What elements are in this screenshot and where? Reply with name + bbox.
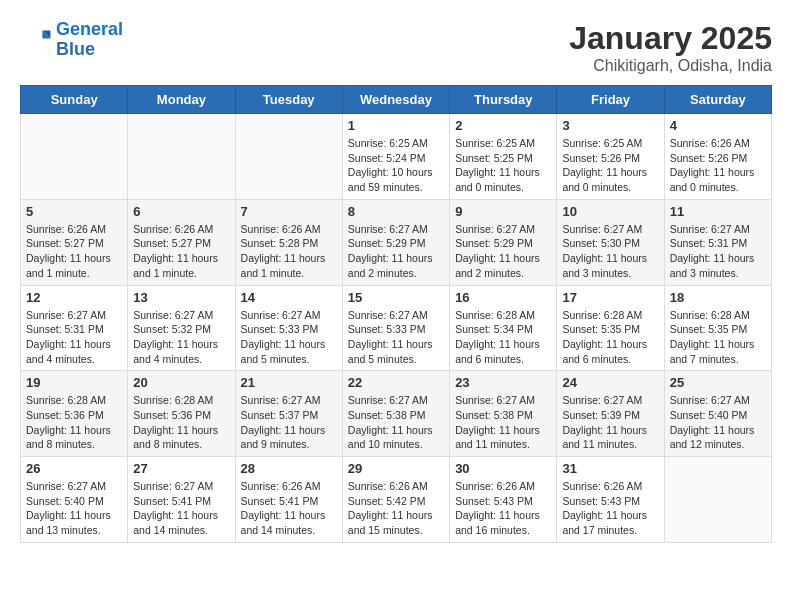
- week-row-2: 5Sunrise: 6:26 AMSunset: 5:27 PMDaylight…: [21, 199, 772, 285]
- calendar-cell: 9Sunrise: 6:27 AMSunset: 5:29 PMDaylight…: [450, 199, 557, 285]
- day-number: 26: [26, 461, 122, 476]
- cell-info: Sunrise: 6:26 AMSunset: 5:26 PMDaylight:…: [670, 136, 766, 195]
- day-number: 31: [562, 461, 658, 476]
- day-number: 15: [348, 290, 444, 305]
- cell-info: Sunrise: 6:27 AMSunset: 5:41 PMDaylight:…: [133, 479, 229, 538]
- day-number: 28: [241, 461, 337, 476]
- weekday-header-thursday: Thursday: [450, 86, 557, 114]
- week-row-1: 1Sunrise: 6:25 AMSunset: 5:24 PMDaylight…: [21, 114, 772, 200]
- calendar-cell: 13Sunrise: 6:27 AMSunset: 5:32 PMDayligh…: [128, 285, 235, 371]
- week-row-3: 12Sunrise: 6:27 AMSunset: 5:31 PMDayligh…: [21, 285, 772, 371]
- day-number: 22: [348, 375, 444, 390]
- cell-info: Sunrise: 6:27 AMSunset: 5:31 PMDaylight:…: [670, 222, 766, 281]
- calendar-cell: 10Sunrise: 6:27 AMSunset: 5:30 PMDayligh…: [557, 199, 664, 285]
- calendar-cell: 3Sunrise: 6:25 AMSunset: 5:26 PMDaylight…: [557, 114, 664, 200]
- logo-line2: Blue: [56, 39, 95, 59]
- day-number: 18: [670, 290, 766, 305]
- day-number: 29: [348, 461, 444, 476]
- weekday-header-sunday: Sunday: [21, 86, 128, 114]
- day-number: 5: [26, 204, 122, 219]
- calendar-cell: 12Sunrise: 6:27 AMSunset: 5:31 PMDayligh…: [21, 285, 128, 371]
- cell-info: Sunrise: 6:27 AMSunset: 5:30 PMDaylight:…: [562, 222, 658, 281]
- page-header: General Blue January 2025 Chikitigarh, O…: [20, 20, 772, 75]
- calendar-table: SundayMondayTuesdayWednesdayThursdayFrid…: [20, 85, 772, 543]
- day-number: 27: [133, 461, 229, 476]
- day-number: 25: [670, 375, 766, 390]
- calendar-cell: 15Sunrise: 6:27 AMSunset: 5:33 PMDayligh…: [342, 285, 449, 371]
- logo-icon: [20, 24, 52, 56]
- calendar-cell: 30Sunrise: 6:26 AMSunset: 5:43 PMDayligh…: [450, 457, 557, 543]
- day-number: 8: [348, 204, 444, 219]
- calendar-cell: 1Sunrise: 6:25 AMSunset: 5:24 PMDaylight…: [342, 114, 449, 200]
- calendar-cell: 17Sunrise: 6:28 AMSunset: 5:35 PMDayligh…: [557, 285, 664, 371]
- cell-info: Sunrise: 6:27 AMSunset: 5:38 PMDaylight:…: [455, 393, 551, 452]
- calendar-cell: 29Sunrise: 6:26 AMSunset: 5:42 PMDayligh…: [342, 457, 449, 543]
- calendar-cell: [664, 457, 771, 543]
- cell-info: Sunrise: 6:27 AMSunset: 5:29 PMDaylight:…: [455, 222, 551, 281]
- day-number: 24: [562, 375, 658, 390]
- cell-info: Sunrise: 6:28 AMSunset: 5:36 PMDaylight:…: [133, 393, 229, 452]
- calendar-cell: 2Sunrise: 6:25 AMSunset: 5:25 PMDaylight…: [450, 114, 557, 200]
- cell-info: Sunrise: 6:27 AMSunset: 5:37 PMDaylight:…: [241, 393, 337, 452]
- calendar-cell: 31Sunrise: 6:26 AMSunset: 5:43 PMDayligh…: [557, 457, 664, 543]
- cell-info: Sunrise: 6:27 AMSunset: 5:38 PMDaylight:…: [348, 393, 444, 452]
- logo-line1: General: [56, 19, 123, 39]
- calendar-cell: 25Sunrise: 6:27 AMSunset: 5:40 PMDayligh…: [664, 371, 771, 457]
- weekday-header-friday: Friday: [557, 86, 664, 114]
- calendar-cell: 14Sunrise: 6:27 AMSunset: 5:33 PMDayligh…: [235, 285, 342, 371]
- cell-info: Sunrise: 6:27 AMSunset: 5:39 PMDaylight:…: [562, 393, 658, 452]
- weekday-header-tuesday: Tuesday: [235, 86, 342, 114]
- cell-info: Sunrise: 6:26 AMSunset: 5:41 PMDaylight:…: [241, 479, 337, 538]
- weekday-header-row: SundayMondayTuesdayWednesdayThursdayFrid…: [21, 86, 772, 114]
- day-number: 6: [133, 204, 229, 219]
- calendar-cell: [128, 114, 235, 200]
- cell-info: Sunrise: 6:28 AMSunset: 5:36 PMDaylight:…: [26, 393, 122, 452]
- calendar-cell: 23Sunrise: 6:27 AMSunset: 5:38 PMDayligh…: [450, 371, 557, 457]
- page-subtitle: Chikitigarh, Odisha, India: [569, 57, 772, 75]
- calendar-cell: 5Sunrise: 6:26 AMSunset: 5:27 PMDaylight…: [21, 199, 128, 285]
- calendar-cell: 20Sunrise: 6:28 AMSunset: 5:36 PMDayligh…: [128, 371, 235, 457]
- week-row-4: 19Sunrise: 6:28 AMSunset: 5:36 PMDayligh…: [21, 371, 772, 457]
- day-number: 16: [455, 290, 551, 305]
- cell-info: Sunrise: 6:26 AMSunset: 5:27 PMDaylight:…: [133, 222, 229, 281]
- cell-info: Sunrise: 6:26 AMSunset: 5:42 PMDaylight:…: [348, 479, 444, 538]
- calendar-cell: 18Sunrise: 6:28 AMSunset: 5:35 PMDayligh…: [664, 285, 771, 371]
- cell-info: Sunrise: 6:25 AMSunset: 5:25 PMDaylight:…: [455, 136, 551, 195]
- day-number: 1: [348, 118, 444, 133]
- cell-info: Sunrise: 6:27 AMSunset: 5:29 PMDaylight:…: [348, 222, 444, 281]
- title-block: January 2025 Chikitigarh, Odisha, India: [569, 20, 772, 75]
- cell-info: Sunrise: 6:27 AMSunset: 5:40 PMDaylight:…: [26, 479, 122, 538]
- cell-info: Sunrise: 6:27 AMSunset: 5:40 PMDaylight:…: [670, 393, 766, 452]
- calendar-cell: 4Sunrise: 6:26 AMSunset: 5:26 PMDaylight…: [664, 114, 771, 200]
- calendar-cell: 19Sunrise: 6:28 AMSunset: 5:36 PMDayligh…: [21, 371, 128, 457]
- cell-info: Sunrise: 6:28 AMSunset: 5:35 PMDaylight:…: [562, 308, 658, 367]
- calendar-cell: 16Sunrise: 6:28 AMSunset: 5:34 PMDayligh…: [450, 285, 557, 371]
- day-number: 14: [241, 290, 337, 305]
- cell-info: Sunrise: 6:26 AMSunset: 5:27 PMDaylight:…: [26, 222, 122, 281]
- calendar-cell: 11Sunrise: 6:27 AMSunset: 5:31 PMDayligh…: [664, 199, 771, 285]
- day-number: 4: [670, 118, 766, 133]
- cell-info: Sunrise: 6:27 AMSunset: 5:33 PMDaylight:…: [348, 308, 444, 367]
- day-number: 20: [133, 375, 229, 390]
- calendar-cell: [235, 114, 342, 200]
- svg-rect-0: [20, 24, 52, 56]
- calendar-cell: 28Sunrise: 6:26 AMSunset: 5:41 PMDayligh…: [235, 457, 342, 543]
- calendar-cell: 21Sunrise: 6:27 AMSunset: 5:37 PMDayligh…: [235, 371, 342, 457]
- calendar-cell: 7Sunrise: 6:26 AMSunset: 5:28 PMDaylight…: [235, 199, 342, 285]
- day-number: 21: [241, 375, 337, 390]
- calendar-cell: [21, 114, 128, 200]
- cell-info: Sunrise: 6:28 AMSunset: 5:34 PMDaylight:…: [455, 308, 551, 367]
- day-number: 3: [562, 118, 658, 133]
- weekday-header-wednesday: Wednesday: [342, 86, 449, 114]
- cell-info: Sunrise: 6:27 AMSunset: 5:31 PMDaylight:…: [26, 308, 122, 367]
- day-number: 23: [455, 375, 551, 390]
- logo: General Blue: [20, 20, 123, 60]
- week-row-5: 26Sunrise: 6:27 AMSunset: 5:40 PMDayligh…: [21, 457, 772, 543]
- day-number: 12: [26, 290, 122, 305]
- weekday-header-saturday: Saturday: [664, 86, 771, 114]
- page-title: January 2025: [569, 20, 772, 57]
- day-number: 19: [26, 375, 122, 390]
- calendar-cell: 6Sunrise: 6:26 AMSunset: 5:27 PMDaylight…: [128, 199, 235, 285]
- day-number: 7: [241, 204, 337, 219]
- calendar-cell: 24Sunrise: 6:27 AMSunset: 5:39 PMDayligh…: [557, 371, 664, 457]
